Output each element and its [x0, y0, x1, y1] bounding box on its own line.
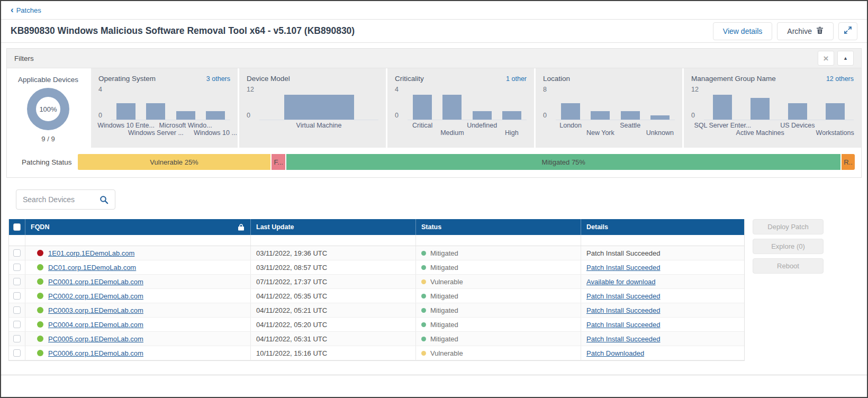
column-header-last-update[interactable]: Last Update: [250, 219, 415, 235]
filter-tile-device-model[interactable]: Device Model120Virtual Machine: [239, 68, 386, 148]
x-label-workstations: Workstations: [816, 129, 854, 137]
patching-segment-f[interactable]: F...: [272, 154, 285, 170]
row-checkbox-cell: [9, 275, 25, 288]
bar-active-machines[interactable]: [751, 98, 770, 120]
archive-label: Archive: [787, 27, 812, 35]
archive-button[interactable]: Archive: [777, 22, 834, 40]
bar-us-devices[interactable]: [788, 103, 807, 120]
bar-high[interactable]: [502, 111, 521, 120]
details-cell: Patch Install Succeeded: [581, 332, 744, 346]
x-label-us-devices: US Devices: [780, 122, 815, 129]
details-link[interactable]: Patch Install Succeeded: [586, 264, 660, 272]
filter-tile-criticality[interactable]: Criticality1 other40CriticalMediumUndefi…: [387, 68, 534, 148]
view-details-button[interactable]: View details: [713, 22, 772, 40]
bar-windows-10-ente[interactable]: [116, 103, 135, 120]
row-checkbox[interactable]: [13, 264, 21, 271]
search-input[interactable]: [23, 195, 100, 204]
details-cell: Patch Install Succeeded: [581, 318, 744, 331]
row-checkbox[interactable]: [13, 349, 21, 357]
row-checkbox[interactable]: [13, 306, 21, 314]
fqdn-link[interactable]: 1E01.corp.1EDemoLab.com: [48, 249, 134, 257]
y-axis: 120: [691, 87, 704, 120]
fqdn-link[interactable]: PC0005.corp.1EDemoLab.com: [48, 335, 143, 343]
deploy-patch-button[interactable]: Deploy Patch: [753, 219, 824, 234]
bar-unknown[interactable]: [650, 115, 670, 120]
patching-segment-mitigated-75[interactable]: Mitigated 75%: [286, 154, 840, 170]
close-icon: ×: [824, 54, 829, 63]
table-filter-row: [9, 235, 744, 246]
patching-status-row: Patching Status Vulnerable 25%F...Mitiga…: [7, 148, 861, 177]
bar-microsoft-windo[interactable]: [176, 111, 195, 120]
search-icon[interactable]: [100, 195, 108, 204]
mini-bar-chart: 40: [395, 87, 527, 120]
bar-seattle[interactable]: [621, 111, 640, 120]
row-checkbox-cell: [9, 303, 25, 317]
fqdn-cell: PC0004.corp.1EDemoLab.com: [25, 318, 250, 331]
filter-tile-management-group-name[interactable]: Management Group Name12 others120SQL Ser…: [684, 68, 861, 148]
status-dot: [421, 322, 426, 327]
row-checkbox[interactable]: [13, 249, 21, 257]
patching-segment-r[interactable]: R..: [842, 154, 855, 170]
fqdn-link[interactable]: PC0006.corp.1EDemoLab.com: [48, 349, 143, 357]
clear-filters-button[interactable]: ×: [818, 51, 834, 66]
details-link[interactable]: Patch Downloaded: [586, 349, 644, 357]
device-health-dot: [37, 321, 43, 328]
breadcrumb-back-link[interactable]: ‹ Patches: [11, 6, 41, 14]
row-checkbox[interactable]: [13, 292, 21, 300]
fqdn-link[interactable]: PC0004.corp.1EDemoLab.com: [48, 321, 143, 329]
bar-virtual-machine[interactable]: [284, 95, 354, 120]
y-axis-min: 0: [98, 112, 102, 119]
reboot-button[interactable]: Reboot: [753, 258, 824, 274]
fqdn-link[interactable]: PC0002.corp.1EDemoLab.com: [48, 292, 143, 300]
row-checkbox[interactable]: [13, 278, 21, 285]
bar-windows-server[interactable]: [146, 103, 165, 120]
others-link[interactable]: 3 others: [206, 75, 230, 83]
column-header-fqdn[interactable]: FQDN: [25, 219, 250, 235]
patching-segment-vulnerable-25[interactable]: Vulnerable 25%: [78, 154, 270, 170]
bar-london[interactable]: [561, 103, 580, 120]
row-checkbox[interactable]: [13, 335, 21, 342]
status-header-label: Status: [421, 223, 441, 231]
mini-bar-chart: 80: [543, 87, 675, 120]
details-link[interactable]: Patch Install Succeeded: [586, 335, 660, 343]
y-axis: 80: [543, 87, 556, 120]
column-header-status[interactable]: Status: [415, 219, 581, 235]
details-cell: Patch Install Succeeded: [581, 246, 744, 260]
title-actions: View details Archive: [713, 22, 857, 40]
column-header-details[interactable]: Details: [581, 219, 744, 235]
bar-new-york[interactable]: [591, 111, 610, 120]
bar-undefined[interactable]: [473, 111, 492, 120]
fqdn-link[interactable]: PC0003.corp.1EDemoLab.com: [48, 306, 143, 314]
header-checkbox-cell: [9, 219, 25, 235]
table-body: 1E01.corp.1EDemoLab.com03/11/2022, 19:36…: [9, 246, 744, 360]
fqdn-cell: 1E01.corp.1EDemoLab.com: [25, 246, 250, 260]
details-link[interactable]: Patch Install Succeeded: [586, 306, 660, 314]
collapse-filters-button[interactable]: ▲: [837, 51, 854, 66]
x-label-undefined: Undefined: [467, 122, 497, 129]
row-checkbox[interactable]: [13, 321, 21, 328]
last-update-cell: 04/11/2022, 05:31 UTC: [250, 332, 415, 346]
bar-medium[interactable]: [442, 95, 462, 120]
others-link[interactable]: 12 others: [826, 75, 854, 83]
expand-button[interactable]: [838, 22, 857, 40]
row-checkbox-cell: [9, 289, 25, 303]
details-link[interactable]: Available for download: [586, 278, 656, 286]
filter-tile-location[interactable]: Location80LondonNew YorkSeattleUnknown: [536, 68, 682, 148]
details-link[interactable]: Patch Install Succeeded: [586, 321, 660, 329]
filter-tile-applicable-devices[interactable]: Applicable Devices 100% 9 / 9: [7, 68, 89, 148]
bar-workstations[interactable]: [826, 103, 845, 120]
fqdn-link[interactable]: DC01.corp.1EDemoLab.com: [48, 264, 136, 272]
bar-windows-10[interactable]: [206, 111, 225, 120]
details-link[interactable]: Patch Install Succeeded: [586, 292, 660, 300]
device-health-dot: [37, 278, 43, 285]
fqdn-link[interactable]: PC0001.corp.1EDemoLab.com: [48, 278, 143, 286]
chevron-left-icon: ‹: [11, 5, 14, 14]
select-all-checkbox[interactable]: [13, 223, 21, 231]
table-row: PC0004.corp.1EDemoLab.com04/11/2022, 05:…: [9, 318, 744, 332]
filter-tile-operating-system[interactable]: Operating System3 others40Windows 10 Ent…: [91, 68, 238, 148]
others-link[interactable]: 1 other: [506, 75, 527, 83]
explore-0-button[interactable]: Explore (0): [753, 239, 824, 254]
bar-critical[interactable]: [413, 95, 432, 120]
x-label-microsoft-windo: Microsoft Windo...: [159, 122, 212, 129]
bar-sql-server-enter[interactable]: [713, 95, 732, 120]
